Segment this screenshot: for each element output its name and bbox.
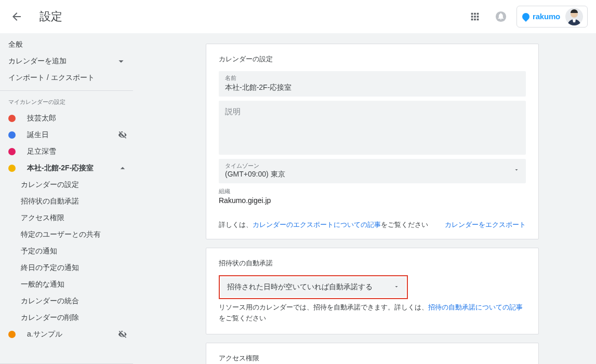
avatar[interactable] [565,8,583,25]
help-prefix: 詳しくは、 [219,221,253,228]
main-content: カレンダーの設定 名前 本社-北館-2F-応接室 説明 タイムゾーン (GMT+… [133,33,596,364]
sidebar-subitem[interactable]: 招待状の自動承諾 [0,193,133,210]
sidebar-item-import-export[interactable]: インポート / エクスポート [0,70,133,86]
calendar-color-dot [8,331,16,338]
sidebar-subitem[interactable]: 終日の予定の通知 [0,260,133,276]
sidebar-heading-mycalendars: マイカレンダーの設定 [0,95,133,110]
brand-name: rakumo [533,12,560,21]
bell-icon [495,11,507,22]
sidebar: 全般 カレンダーを追加 インポート / エクスポート マイカレンダーの設定 技芸… [0,33,133,364]
eye-off-icon [117,130,128,140]
apps-button[interactable] [465,6,485,27]
desc-prefix: リソース用のカレンダーでは、招待を自動承諾できます。詳しくは、 [219,304,428,311]
calendar-item[interactable]: 足立深雪 [0,143,133,160]
export-calendar-link[interactable]: カレンダーをエクスポート [445,220,526,230]
auto-accept-description: リソース用のカレンダーでは、招待を自動承諾できます。詳しくは、招待の自動承諾につ… [219,302,526,325]
apps-icon [469,11,481,22]
panel-calendar-settings: カレンダーの設定 名前 本社-北館-2F-応接室 説明 タイムゾーン (GMT+… [206,44,539,239]
description-placeholder: 説明 [225,107,520,117]
divider [0,90,133,91]
auto-accept-select[interactable]: 招待された日時が空いていれば自動承諾する [221,277,406,297]
brand-logo-icon [521,11,531,22]
sidebar-subitem[interactable]: アクセス権限 [0,210,133,226]
calendar-item-sample[interactable]: a.サンプル [0,326,133,343]
calendar-color-dot [8,131,16,139]
brand-box[interactable]: rakumo [516,6,588,28]
sidebar-subitem[interactable]: 一般的な通知 [0,276,133,293]
field-value: 本社-北館-2F-応接室 [225,83,520,92]
back-button[interactable] [4,4,29,29]
section-title: 招待状の自動承諾 [219,259,526,268]
sidebar-subitem[interactable]: 予定の通知 [0,243,133,260]
sidebar-label: インポート / エクスポート [8,73,127,83]
name-field[interactable]: 名前 本社-北館-2F-応接室 [219,71,526,97]
calendar-label: 技芸太郎 [27,114,128,123]
calendar-color-dot [8,148,16,155]
org-label: 組織 [219,187,526,195]
page-title: 設定 [39,9,465,24]
highlight-box: 招待された日時が空いていれば自動承諾する [219,275,408,299]
sidebar-label: 全般 [8,40,127,49]
section-title: アクセス権限 [219,354,526,363]
calendar-item[interactable]: 本社-北館-2F-応接室 [0,160,133,177]
org-value: Rakumo.gigei.jp [219,196,526,205]
sidebar-item-general[interactable]: 全般 [0,36,133,53]
calendar-color-dot [8,165,16,172]
header: 設定 rakumo [0,0,596,33]
sidebar-subitem[interactable]: 特定のユーザーとの共有 [0,226,133,243]
arrow-left-icon [10,10,23,23]
avatar-icon [565,8,583,25]
calendar-label: 本社-北館-2F-応接室 [27,164,117,173]
auto-accept-help-link[interactable]: 招待の自動承諾についての記事 [428,304,523,311]
panel-access: アクセス権限 一般公開して誰でも利用できるようにする 閲覧権限（すべての予定の詳… [206,343,539,365]
field-label: タイムゾーン [225,162,285,170]
calendar-item[interactable]: 技芸太郎 [0,110,133,127]
sidebar-item-add-calendar[interactable]: カレンダーを追加 [0,53,133,70]
help-text: 詳しくは、カレンダーのエクスポートについての記事をご覧ください [219,220,428,230]
caret-down-icon [393,284,400,291]
calendar-label: 足立深雪 [27,147,128,156]
chevron-down-icon [115,56,127,67]
calendar-label: 誕生日 [27,130,117,140]
field-label: 名前 [225,74,520,82]
description-field[interactable]: 説明 [219,101,526,155]
sidebar-label: カレンダーを追加 [8,57,115,66]
panel-auto-accept: 招待状の自動承諾 招待された日時が空いていれば自動承諾する リソース用のカレンダ… [206,248,539,334]
notifications-button[interactable] [491,6,511,27]
help-suffix: をご覧ください [381,221,428,228]
calendar-color-dot [8,115,16,122]
sidebar-subitem[interactable]: カレンダーの設定 [0,177,133,193]
caret-down-icon [513,167,520,174]
timezone-select[interactable]: タイムゾーン (GMT+09:00) 東京 [219,159,526,183]
sidebar-subitem[interactable]: カレンダーの削除 [0,309,133,326]
desc-suffix: をご覧ください [219,315,266,322]
calendar-label: a.サンプル [27,330,117,339]
chevron-up-icon [117,163,128,173]
calendar-item[interactable]: 誕生日 [0,127,133,143]
eye-off-icon [117,329,128,340]
field-value: (GMT+09:00) 東京 [225,170,285,179]
section-title: カレンダーの設定 [219,55,526,64]
select-value: 招待された日時が空いていれば自動承諾する [227,282,384,292]
export-help-link[interactable]: カレンダーのエクスポートについての記事 [253,221,381,228]
sidebar-subitem[interactable]: カレンダーの統合 [0,293,133,309]
